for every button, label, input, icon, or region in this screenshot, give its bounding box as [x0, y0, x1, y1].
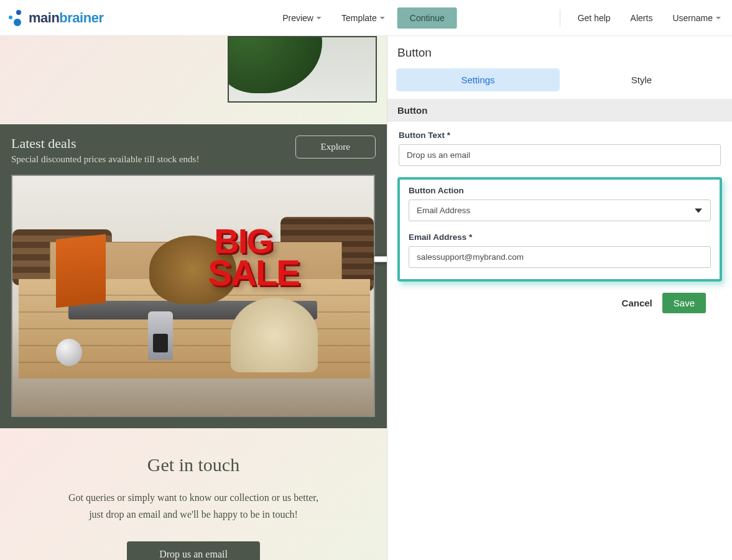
email-canvas[interactable]: Latest deals Special discounted prices a…	[0, 36, 387, 560]
top-navbar: mainbrainer Preview Template Continue Ge…	[0, 0, 732, 36]
nav-get-help[interactable]: Get help	[575, 8, 613, 28]
button-text-label: Button Text *	[399, 131, 721, 140]
tab-settings[interactable]: Settings	[396, 68, 560, 91]
deals-subtitle: Special discounted prices available till…	[11, 154, 199, 165]
properties-panel: Button Settings Style Button Button Text…	[387, 36, 732, 560]
email-address-label: Email Address *	[409, 232, 711, 242]
deals-block[interactable]: Latest deals Special discounted prices a…	[0, 124, 387, 428]
nav-divider	[560, 9, 560, 27]
button-action-label: Button Action	[409, 186, 711, 195]
nav-template[interactable]: Template	[334, 8, 392, 28]
nav-username[interactable]: Username	[670, 8, 723, 28]
panel-tabs: Settings Style	[387, 68, 732, 91]
explore-label: Explore	[321, 142, 350, 152]
tab-style[interactable]: Style	[560, 68, 723, 91]
save-button[interactable]: Save	[662, 293, 706, 313]
deals-title: Latest deals	[11, 135, 199, 152]
email-address-input[interactable]	[409, 246, 711, 268]
logo-mark-icon	[6, 9, 25, 27]
get-in-touch-block[interactable]: Get in touch Got queries or simply want …	[0, 428, 387, 560]
drop-email-button[interactable]: Drop us an email	[127, 541, 260, 560]
field-button-action: Button Action	[409, 186, 711, 221]
nav-right: Get help Alerts Username	[539, 8, 723, 28]
nav-get-help-label: Get help	[578, 13, 611, 23]
svg-marker-0	[374, 251, 387, 267]
field-button-text: Button Text *	[399, 131, 721, 166]
get-in-touch-body: Got queries or simply want to know our c…	[19, 489, 368, 523]
button-text-input[interactable]	[399, 144, 721, 166]
nav-alerts[interactable]: Alerts	[628, 8, 656, 28]
chevron-down-icon	[317, 17, 322, 19]
tab-settings-label: Settings	[461, 75, 494, 85]
cancel-button[interactable]: Cancel	[622, 298, 652, 308]
nav-template-label: Template	[341, 13, 377, 23]
nav-username-label: Username	[672, 13, 713, 23]
selection-arrow-icon	[373, 246, 387, 273]
hero-image[interactable]	[228, 36, 377, 103]
chevron-down-icon	[380, 17, 385, 19]
brand-name: mainbrainer	[29, 10, 103, 26]
brand-logo[interactable]: mainbrainer	[6, 9, 103, 27]
panel-title: Button	[387, 36, 732, 68]
nav-alerts-label: Alerts	[631, 13, 653, 23]
tab-style-label: Style	[631, 75, 652, 85]
drop-email-label: Drop us an email	[159, 549, 228, 559]
continue-label: Continue	[410, 13, 445, 23]
chevron-down-icon	[695, 208, 702, 213]
hero-block[interactable]	[0, 36, 387, 124]
nav-preview-label: Preview	[282, 13, 313, 23]
continue-button[interactable]: Continue	[397, 7, 457, 29]
nav-center: Preview Template Continue	[275, 7, 457, 29]
explore-button[interactable]: Explore	[295, 135, 376, 158]
deals-image[interactable]: BIG SALE	[11, 175, 375, 417]
panel-actions: Cancel Save	[399, 290, 721, 313]
chevron-down-icon	[716, 17, 721, 19]
section-header: Button	[387, 99, 732, 122]
field-email-address: Email Address *	[409, 232, 711, 268]
highlighted-group: Button Action Email Address *	[397, 177, 722, 282]
get-in-touch-title: Get in touch	[19, 454, 368, 475]
big-sale-overlay: BIG SALE	[214, 226, 299, 290]
button-action-select[interactable]	[409, 200, 711, 221]
nav-preview[interactable]: Preview	[275, 8, 329, 28]
